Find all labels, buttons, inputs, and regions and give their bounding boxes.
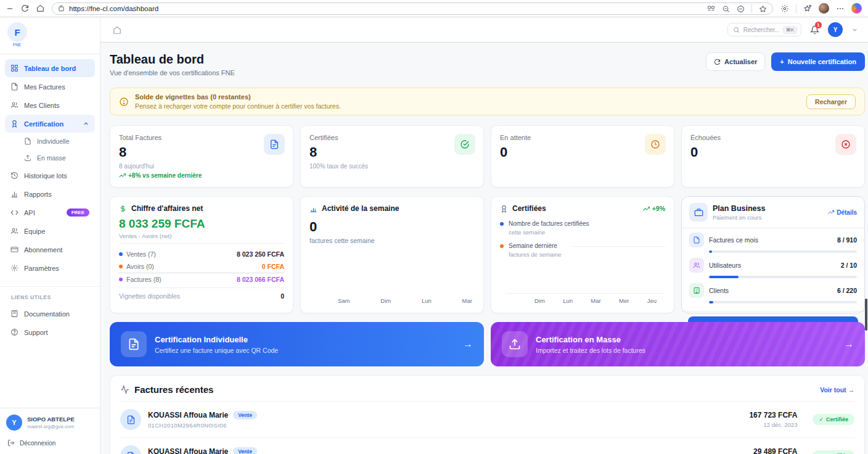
page-security-icon[interactable] (58, 5, 65, 12)
sidebar-item-certification[interactable]: Certification (5, 115, 95, 133)
users-icon (10, 101, 18, 109)
stat-subtext: 8 aujourd'hui (119, 163, 284, 170)
plan-details-link[interactable]: Détails (828, 209, 857, 216)
search-input[interactable] (743, 27, 779, 33)
favorite-star-icon[interactable] (759, 3, 767, 14)
clock-icon (645, 134, 666, 155)
sidebar-item-api[interactable]: API FREE (5, 204, 95, 221)
search-icon (733, 27, 740, 33)
browser-profile-avatar[interactable] (819, 3, 829, 14)
view-all-link[interactable]: Voir tout → (820, 386, 854, 394)
bulk-certification-banner[interactable]: Certification en Masse Importez et trait… (491, 322, 865, 366)
warning-icon (119, 96, 129, 107)
reading-mode-icon[interactable] (737, 3, 745, 14)
links-section-title: LIENS UTILES (11, 294, 89, 300)
new-certification-button[interactable]: + Nouvelle certification (771, 52, 865, 71)
sidebar-item-settings[interactable]: Paramètres (5, 259, 95, 277)
sidebar-item-label: Documentation (24, 310, 70, 318)
orange-dot-icon (119, 265, 123, 268)
sidebar-item-label: Mes Factures (24, 83, 65, 91)
zoom-out-icon[interactable] (722, 3, 730, 14)
chart-baseline (506, 293, 665, 294)
revenue-row-credits: Avoirs (0) 0 FCFA (119, 260, 284, 273)
revenue-card: Chiffre d'affaires net 8 033 259 FCFA Ve… (110, 196, 293, 313)
blue-dot-icon (500, 222, 504, 226)
global-search[interactable]: ⌘K (727, 23, 801, 36)
building-icon (689, 283, 704, 298)
collections-star-icon[interactable] (803, 4, 812, 13)
chevron-up-icon (83, 120, 89, 127)
briefcase-icon (689, 203, 708, 221)
dollar-icon (119, 205, 127, 213)
user-email: maarst.srg@gva.com (27, 424, 75, 429)
sidebar-item-documentation[interactable]: Documentation (5, 305, 95, 323)
browser-menu-icon[interactable] (836, 4, 845, 13)
progress-bar (709, 276, 857, 278)
recharge-button[interactable]: Recharger (806, 94, 856, 109)
stat-card-total-invoices: Total Factures 8 8 aujourd'hui +8% vs se… (110, 125, 293, 188)
sidebar-item-certification-individual[interactable]: Individuelle (18, 133, 95, 149)
sidebar-item-certification-bulk[interactable]: En masse (18, 150, 95, 166)
dashboard-content: Tableau de bord Vue d'ensemble de vos ce… (100, 43, 868, 454)
scrollbar-thumb[interactable] (865, 299, 867, 331)
browser-essentials-icon[interactable] (780, 4, 789, 13)
sidebar-item-history[interactable]: Historique lots (5, 167, 95, 184)
sidebar-item-reports[interactable]: Rapports (5, 185, 95, 203)
stat-card-pending: En attente 0 (491, 125, 674, 188)
stat-label: En attente (500, 134, 665, 141)
divider (751, 4, 752, 13)
chevron-down-icon[interactable] (851, 27, 858, 33)
invoice-row[interactable]: KOUASSI Affoua Marie Vente 01CH2010M2964… (120, 401, 854, 437)
refresh-button[interactable]: Actualiser (706, 52, 765, 71)
url-text[interactable]: https://fne-cl.com/dashboard (69, 5, 703, 12)
bar-chart-icon (309, 205, 317, 213)
revenue-amount: 8 033 259 FCFA (119, 217, 284, 231)
stat-label: Certifiées (309, 134, 475, 141)
sidebar-item-support[interactable]: Support (5, 323, 95, 341)
topbar-avatar[interactable]: Y (828, 22, 843, 37)
banner-subtitle: Importez et traitez des lots de factures (536, 347, 645, 354)
breadcrumb-home-icon[interactable] (113, 24, 121, 35)
plan-card: Plan Business Paiement en cours Détails (681, 196, 865, 313)
logout-button[interactable]: Déconnexion (6, 439, 94, 447)
sidebar-item-subscription[interactable]: Abonnement (5, 241, 95, 258)
split-screen-icon[interactable] (707, 3, 715, 14)
notifications-button[interactable]: 1 (810, 24, 819, 35)
divider (796, 4, 796, 13)
invoice-row[interactable]: KOUASSI Affoua Marie Vente 9133041578005… (120, 437, 854, 454)
chart-zero-line (573, 246, 665, 247)
team-icon (10, 227, 18, 235)
history-icon (10, 171, 18, 180)
sidebar-item-team[interactable]: Équipe (5, 222, 95, 240)
certified-x-axis: Dim Lun Mar Mer Jeu (500, 297, 665, 305)
status-badge: ✓ Certifiée (813, 450, 854, 454)
sidebar-item-label: Individuelle (37, 138, 70, 145)
sidebar-links-section: LIENS UTILES Documentation Support (0, 286, 100, 342)
activity-caption: factures cette semaine (309, 237, 475, 244)
sidebar-item-invoices[interactable]: Mes Factures (5, 78, 95, 96)
stat-subtext: 100% taux de succès (309, 163, 475, 170)
revenue-row-invoices: Factures (8) 8 023 066 FCFA (119, 273, 284, 286)
copilot-icon[interactable] (851, 3, 862, 14)
stat-value: 0 (690, 144, 856, 160)
award-icon (500, 205, 508, 213)
individual-certification-banner[interactable]: Certification Individuelle Certifiez une… (110, 322, 484, 366)
sidebar-item-dashboard[interactable]: Tableau de bord (5, 59, 95, 77)
sidebar-item-clients[interactable]: Mes Clients (5, 96, 95, 114)
window-minimize-icon[interactable] (6, 5, 14, 12)
stat-value: 8 (309, 144, 475, 160)
address-bar[interactable]: https://fne-cl.com/dashboard (52, 2, 773, 15)
refresh-icon[interactable] (21, 4, 29, 12)
home-icon[interactable] (36, 4, 44, 12)
app-logo[interactable]: F FNE (0, 17, 100, 54)
logout-icon (7, 439, 15, 447)
trend-up-icon (828, 209, 834, 215)
legend-last-week: Semaine dernière factures de semaine (500, 242, 665, 258)
page-title: Tableau de bord (110, 52, 235, 67)
trend-up-icon (119, 172, 126, 179)
app-topbar: ⌘K 1 Y (100, 17, 868, 43)
stat-label: Échouées (690, 134, 856, 141)
stat-trend: +8% vs semaine dernière (119, 172, 284, 179)
user-profile[interactable]: Y SIOPO ABTELPE maarst.srg@gva.com (6, 415, 94, 431)
logo-mark: F (7, 22, 27, 42)
